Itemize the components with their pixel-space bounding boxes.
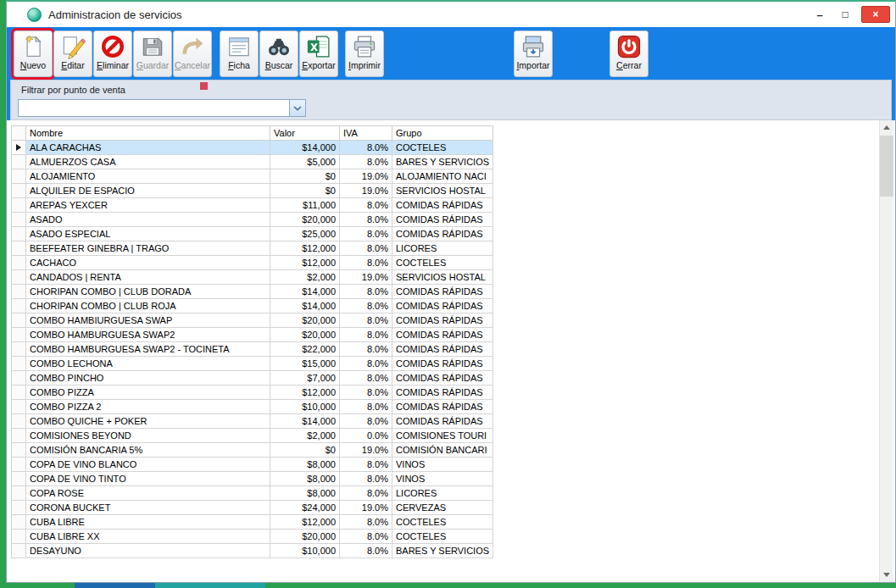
cell-iva[interactable]: 8.0% <box>340 328 392 342</box>
cell-nombre[interactable]: COMBO PIZZA <box>26 386 270 400</box>
cell-valor[interactable]: $10,000 <box>270 544 340 558</box>
cell-grupo[interactable]: COMIDAS RÁPIDAS <box>392 285 493 299</box>
cell-valor[interactable]: $14,000 <box>270 141 340 155</box>
cell-iva[interactable]: 19.0% <box>340 270 392 285</box>
cell-grupo[interactable]: BARES Y SERVICIOS <box>392 155 493 169</box>
table-row[interactable]: COMBO LECHONA$15,0008.0%COMIDAS RÁPIDAS <box>12 357 493 371</box>
cell-grupo[interactable]: BARES Y SERVICIOS <box>392 544 493 558</box>
cell-iva[interactable]: 8.0% <box>340 313 392 328</box>
cell-iva[interactable]: 8.0% <box>340 400 392 414</box>
cell-nombre[interactable]: COMBO PINCHO <box>26 371 270 386</box>
filter-combobox[interactable] <box>18 99 306 117</box>
cell-iva[interactable]: 19.0% <box>340 184 392 198</box>
cell-valor[interactable]: $15,000 <box>270 357 340 371</box>
cell-nombre[interactable]: CORONA BUCKET <box>26 501 270 515</box>
cell-grupo[interactable]: COMIDAS RÁPIDAS <box>392 299 493 313</box>
cell-nombre[interactable]: CUBA LIBRE XX <box>26 530 270 544</box>
cell-nombre[interactable]: COMBO HAMBURGUESA SWAP2 - TOCINETA <box>26 342 270 357</box>
table-row[interactable]: COMBO QUICHE + POKER$14,0008.0%COMIDAS R… <box>12 414 493 429</box>
cell-iva[interactable]: 8.0% <box>340 486 392 501</box>
cell-grupo[interactable]: COMIDAS RÁPIDAS <box>392 227 493 241</box>
cell-valor[interactable]: $7,000 <box>270 371 340 386</box>
cell-iva[interactable]: 8.0% <box>340 285 392 299</box>
cell-valor[interactable]: $11,000 <box>270 198 340 213</box>
cell-grupo[interactable]: COMIDAS RÁPIDAS <box>392 386 493 400</box>
table-row[interactable]: ALMUERZOS CASA$5,0008.0%BARES Y SERVICIO… <box>12 155 493 169</box>
cell-valor[interactable]: $20,000 <box>270 328 340 342</box>
cell-grupo[interactable]: COMIDAS RÁPIDAS <box>392 198 493 213</box>
cell-nombre[interactable]: COPA ROSE <box>26 486 270 501</box>
cell-nombre[interactable]: CACHACO <box>26 256 270 270</box>
exportar-button[interactable]: Exportar <box>299 31 338 77</box>
cell-grupo[interactable]: COMIDAS RÁPIDAS <box>392 328 493 342</box>
buscar-button[interactable]: Buscar <box>259 31 298 77</box>
cell-grupo[interactable]: COMIDAS RÁPIDAS <box>392 400 493 414</box>
table-row[interactable]: COMISIÓN BANCARIA 5%$019.0%COMISIÓN BANC… <box>12 443 493 458</box>
cell-nombre[interactable]: COMBO HAMBIURGUESA SWAP <box>26 313 270 328</box>
cell-grupo[interactable]: COCTELES <box>392 256 493 270</box>
cell-valor[interactable]: $14,000 <box>270 285 340 299</box>
close-button[interactable]: × <box>861 6 890 23</box>
cell-nombre[interactable]: COMISIÓN BANCARIA 5% <box>26 443 270 458</box>
nuevo-button[interactable]: Nuevo <box>14 31 53 77</box>
table-row[interactable]: ALOJAMIENTO$019.0%ALOJAMIENTO NACI <box>12 169 493 184</box>
cell-valor[interactable]: $8,000 <box>270 486 340 501</box>
table-row[interactable]: CUBA LIBRE XX$20,0008.0%COCTELES <box>12 530 493 544</box>
table-row[interactable]: COPA DE VINO TINTO$8,0008.0%VINOS <box>12 472 493 486</box>
cell-valor[interactable]: $14,000 <box>270 414 340 429</box>
cell-grupo[interactable]: LICORES <box>392 241 493 256</box>
cell-iva[interactable]: 8.0% <box>340 357 392 371</box>
table-row[interactable]: COMISIONES BEYOND$2,0000.0%COMISIONES TO… <box>12 429 493 443</box>
column-header-grupo[interactable]: Grupo <box>392 126 493 141</box>
cell-iva[interactable]: 8.0% <box>340 386 392 400</box>
column-header-nombre[interactable]: Nombre <box>26 126 270 141</box>
table-row[interactable]: COPA DE VINO BLANCO$8,0008.0%VINOS <box>12 458 493 472</box>
cell-valor[interactable]: $0 <box>270 184 340 198</box>
cell-valor[interactable]: $25,000 <box>270 227 340 241</box>
cell-iva[interactable]: 8.0% <box>340 342 392 357</box>
table-row[interactable]: CACHACO$12,0008.0%COCTELES <box>12 256 493 270</box>
cell-iva[interactable]: 8.0% <box>340 155 392 169</box>
table-row[interactable]: AREPAS YEXCER$11,0008.0%COMIDAS RÁPIDAS <box>12 198 493 213</box>
imprimir-button[interactable]: Imprimir <box>345 31 384 77</box>
cell-nombre[interactable]: ALOJAMIENTO <box>26 169 270 184</box>
cell-nombre[interactable]: CHORIPAN COMBO | CLUB ROJA <box>26 299 270 313</box>
scrollbar-down-button[interactable] <box>880 568 893 582</box>
table-row[interactable]: COMBO PIZZA 2$10,0008.0%COMIDAS RÁPIDAS <box>12 400 493 414</box>
cell-iva[interactable]: 19.0% <box>340 169 392 184</box>
cell-nombre[interactable]: COMBO HAMBURGUESA SWAP2 <box>26 328 270 342</box>
cell-valor[interactable]: $20,000 <box>270 313 340 328</box>
table-row[interactable]: COMBO HAMBIURGUESA SWAP$20,0008.0%COMIDA… <box>12 313 493 328</box>
cell-iva[interactable]: 0.0% <box>340 429 392 443</box>
table-row[interactable]: CHORIPAN COMBO | CLUB ROJA$14,0008.0%COM… <box>12 299 493 313</box>
cell-nombre[interactable]: BEEFEATER GINEBRA | TRAGO <box>26 241 270 256</box>
cell-valor[interactable]: $2,000 <box>270 270 340 285</box>
cell-grupo[interactable]: CERVEZAS <box>392 501 493 515</box>
cell-grupo[interactable]: LICORES <box>392 486 493 501</box>
chevron-down-icon[interactable] <box>289 100 305 116</box>
cell-grupo[interactable]: COMIDAS RÁPIDAS <box>392 313 493 328</box>
guardar-button[interactable]: Guardar <box>133 31 172 77</box>
cell-nombre[interactable]: COMBO QUICHE + POKER <box>26 414 270 429</box>
cell-iva[interactable]: 8.0% <box>340 458 392 472</box>
table-row[interactable]: COMBO PINCHO$7,0008.0%COMIDAS RÁPIDAS <box>12 371 493 386</box>
table-row[interactable]: ASADO ESPECIAL$25,0008.0%COMIDAS RÁPIDAS <box>12 227 493 241</box>
cell-nombre[interactable]: ALMUERZOS CASA <box>26 155 270 169</box>
cell-grupo[interactable]: COCTELES <box>392 141 493 155</box>
table-row[interactable]: CANDADOS | RENTA$2,00019.0%SERVICIOS HOS… <box>12 270 493 285</box>
cell-grupo[interactable]: COCTELES <box>392 515 493 530</box>
cell-grupo[interactable]: COMIDAS RÁPIDAS <box>392 371 493 386</box>
cell-grupo[interactable]: COMIDAS RÁPIDAS <box>392 414 493 429</box>
cell-grupo[interactable]: COMIDAS RÁPIDAS <box>392 357 493 371</box>
cell-nombre[interactable]: COPA DE VINO BLANCO <box>26 458 270 472</box>
cell-iva[interactable]: 8.0% <box>340 241 392 256</box>
ficha-button[interactable]: Ficha <box>220 31 259 77</box>
table-row[interactable]: COPA ROSE$8,0008.0%LICORES <box>12 486 493 501</box>
cell-valor[interactable]: $12,000 <box>270 386 340 400</box>
vertical-scrollbar[interactable] <box>879 120 893 582</box>
cell-nombre[interactable]: CANDADOS | RENTA <box>26 270 270 285</box>
cell-iva[interactable]: 8.0% <box>340 530 392 544</box>
cell-grupo[interactable]: COMIDAS RÁPIDAS <box>392 213 493 227</box>
cell-nombre[interactable]: DESAYUNO <box>26 544 270 558</box>
cell-valor[interactable]: $14,000 <box>270 299 340 313</box>
